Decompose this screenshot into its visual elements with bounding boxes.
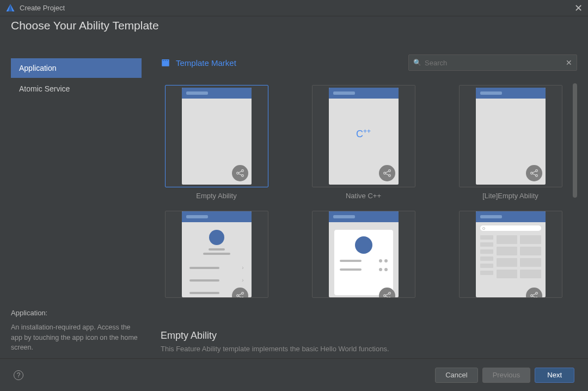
share-icon [526, 288, 542, 297]
sidebar: Application Atomic Service Application: … [0, 53, 152, 358]
svg-point-16 [535, 170, 537, 172]
svg-line-29 [385, 296, 389, 297]
svg-line-18 [532, 171, 536, 173]
svg-rect-4 [167, 60, 168, 62]
sidebar-item-application[interactable]: Application [11, 58, 142, 78]
svg-point-31 [535, 292, 537, 295]
sidebar-info-title: Application: [11, 309, 142, 317]
template-label: Native C++ [346, 192, 381, 200]
templates-grid: Empty Ability C++ Native C++ [161, 83, 577, 298]
svg-rect-0 [162, 61, 169, 66]
detail-title: Empty Ability [161, 330, 577, 341]
template-card-lite-empty-ability[interactable]: [Lite]Empty Ability [455, 85, 566, 200]
close-icon[interactable]: ✕ [574, 2, 583, 14]
svg-line-14 [385, 174, 389, 175]
svg-line-24 [238, 296, 242, 297]
footer: ? Cancel Previous Next [0, 358, 588, 391]
svg-line-13 [385, 171, 389, 173]
share-icon [526, 165, 542, 181]
svg-point-7 [241, 175, 243, 177]
svg-line-9 [238, 174, 242, 175]
svg-line-28 [385, 294, 389, 295]
svg-line-19 [532, 174, 536, 175]
svg-point-25 [383, 295, 385, 297]
svg-point-6 [241, 170, 243, 172]
cpp-icon: C++ [356, 127, 371, 140]
svg-line-8 [238, 171, 242, 173]
template-label: [Lite]Empty Ability [482, 192, 538, 200]
svg-point-11 [388, 170, 390, 172]
previous-button[interactable]: Previous [482, 368, 531, 383]
sidebar-item-label: Application [19, 64, 57, 72]
page-heading: Choose Your Ability Template [11, 19, 588, 32]
help-icon[interactable]: ? [14, 370, 23, 380]
sidebar-item-label: Atomic Service [19, 84, 70, 93]
svg-point-5 [236, 172, 238, 174]
template-card-dashboard[interactable] [455, 211, 566, 298]
search-input[interactable] [425, 59, 566, 67]
next-button[interactable]: Next [535, 368, 574, 383]
window-title: Create Project [20, 4, 574, 12]
svg-point-17 [535, 175, 537, 177]
svg-point-30 [530, 295, 532, 297]
svg-point-21 [241, 292, 243, 295]
detail-desc: This Feature Ability template implements… [161, 345, 577, 353]
cancel-button[interactable]: Cancel [435, 368, 477, 383]
svg-point-20 [236, 295, 238, 297]
svg-point-12 [388, 175, 390, 177]
svg-rect-2 [163, 60, 164, 62]
template-label: Empty Ability [196, 192, 236, 200]
svg-rect-3 [165, 60, 166, 62]
share-icon [379, 165, 395, 181]
template-card-about[interactable]: › › › [161, 211, 272, 298]
templates-scrollbar[interactable] [573, 83, 577, 198]
svg-point-15 [530, 172, 532, 174]
svg-line-34 [532, 296, 536, 297]
search-clear-icon[interactable]: ✕ [566, 58, 572, 67]
template-card-native-cpp[interactable]: C++ Native C++ [308, 85, 419, 200]
share-icon [232, 165, 248, 181]
market-icon [161, 58, 170, 68]
template-card-empty-ability[interactable]: Empty Ability [161, 85, 272, 200]
sidebar-info-desc: An installation-required app. Access the… [11, 322, 142, 353]
template-card-category[interactable] [308, 211, 419, 298]
search-box[interactable]: 🔍 ✕ [408, 54, 577, 71]
sidebar-item-atomic-service[interactable]: Atomic Service [11, 79, 142, 99]
svg-line-33 [532, 294, 536, 295]
svg-point-26 [388, 292, 390, 295]
titlebar: Create Project ✕ [0, 0, 588, 16]
svg-point-10 [383, 172, 385, 174]
app-logo-icon [5, 3, 15, 13]
search-icon: 🔍 [413, 59, 421, 66]
template-market-link[interactable]: Template Market [176, 58, 408, 68]
svg-line-23 [238, 294, 242, 295]
